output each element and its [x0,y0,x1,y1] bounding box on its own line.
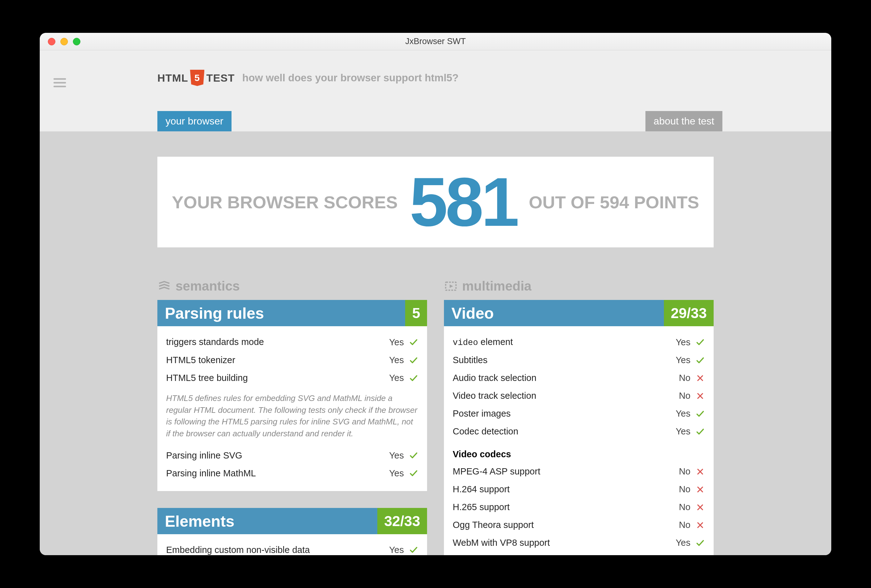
result-value: No [679,391,705,401]
section-header: Video29/33 [444,300,714,326]
tagline: how well does your browser support html5… [242,72,458,84]
minimize-button[interactable] [60,38,68,45]
category-semantics: semantics [157,279,427,294]
score-banner: YOUR BROWSER SCORES 581 OUT OF 594 POINT… [157,157,714,247]
result-row: H.264 supportNo [453,480,705,498]
logo[interactable]: HTML 5 TEST [157,70,235,86]
result-row: WebM with VP8 supportYes [453,534,705,552]
section-note: HTML5 defines rules for embedding SVG an… [166,387,418,447]
result-row: Codec detectionYes [453,423,705,440]
result-row: Audio track selectionNo [453,369,705,387]
section-title: Video [444,300,501,326]
result-row: Video track selectionNo [453,387,705,405]
check-icon [696,427,705,436]
result-label: video element [453,337,676,347]
result-value: Yes [676,337,705,347]
close-button[interactable] [48,38,55,45]
check-icon [696,538,705,548]
code-snippet: video [453,338,478,347]
check-icon [409,356,418,365]
multimedia-icon [444,279,458,293]
content-area: YOUR BROWSER SCORES 581 OUT OF 594 POINT… [40,132,831,555]
result-row: video elementYes [453,333,705,351]
category-label-text: multimedia [462,279,531,294]
result-row: Parsing inline MathMLYes [166,464,418,482]
result-value: No [679,520,705,530]
tab-about[interactable]: about the test [645,111,722,132]
result-section: Elements32/33Embedding custom non-visibl… [157,508,427,555]
section-header: Parsing rules5 [157,300,427,326]
check-icon [409,338,418,347]
section-title: Parsing rules [157,300,272,326]
x-icon [696,521,705,530]
x-icon [696,373,705,383]
result-value: Yes [676,355,705,365]
tab-your-browser[interactable]: your browser [157,111,232,132]
page-header: HTML 5 TEST how well does your browser s… [40,50,831,132]
logo-text-left: HTML [157,72,188,84]
result-label: MPEG-4 ASP support [453,466,679,477]
check-icon [409,468,418,478]
check-icon [696,409,705,419]
result-value: Yes [676,538,705,548]
result-value: Yes [389,373,418,383]
result-value: Yes [676,426,705,437]
result-label: H.265 support [453,502,679,512]
result-label: Codec detection [453,426,676,437]
result-value: Yes [389,355,418,365]
score-suffix: OUT OF 594 POINTS [529,192,699,212]
app-window: JxBrowser SWT HTML 5 TEST how well does … [40,33,831,555]
section-body: Embedding custom non-visible dataYesMath… [157,534,427,555]
x-icon [696,391,705,401]
result-label: Poster images [453,408,676,419]
x-icon [696,503,705,512]
section-subhead: Video codecs [453,440,705,462]
section-title: Elements [157,508,242,534]
result-label: Parsing inline SVG [166,450,389,461]
category-multimedia: multimedia [444,279,714,294]
column-semantics: semantics Parsing rules5 triggers standa… [157,279,427,555]
result-value: Yes [389,545,418,555]
traffic-lights [40,38,81,45]
nav-tabs: your browser about the test [157,111,722,132]
section-body: triggers standards modeYesHTML5 tokenize… [157,326,427,491]
result-label: WebM with VP8 support [453,538,676,548]
result-label: HTML5 tree building [166,373,389,383]
section-body: video elementYesSubtitlesYesAudio track … [444,326,714,555]
score-prefix: YOUR BROWSER SCORES [172,192,398,212]
result-value: No [679,466,705,477]
result-row: Ogg Theora supportNo [453,516,705,534]
logo-text-right: TEST [206,72,235,84]
maximize-button[interactable] [73,38,81,45]
results-columns: semantics Parsing rules5 triggers standa… [157,279,714,555]
result-row: SubtitlesYes [453,351,705,369]
result-label: Parsing inline MathML [166,468,389,479]
result-value: Yes [676,408,705,419]
section-score: 29/33 [664,300,714,326]
html5-shield-icon: 5 [190,70,204,86]
check-icon [409,545,418,555]
result-label: triggers standards mode [166,337,389,347]
result-label: Video track selection [453,391,679,401]
logo-row: HTML 5 TEST how well does your browser s… [157,70,459,86]
section-score: 32/33 [377,508,427,534]
result-value: Yes [389,468,418,479]
check-icon [409,451,418,460]
section-header: Elements32/33 [157,508,427,534]
result-row: HTML5 tree buildingYes [166,369,418,387]
menu-icon[interactable] [54,76,66,90]
result-label: Audio track selection [453,373,679,383]
result-label: HTML5 tokenizer [166,355,389,365]
result-value: No [679,373,705,383]
check-icon [696,338,705,347]
result-section: Video29/33video elementYesSubtitlesYesAu… [444,300,714,555]
titlebar: JxBrowser SWT [40,33,831,50]
score-value: 581 [410,168,517,236]
result-row: HTML5 tokenizerYes [166,351,418,369]
result-value: No [679,502,705,512]
check-icon [696,356,705,365]
result-row: Poster imagesYes [453,405,705,423]
category-label-text: semantics [175,279,239,294]
result-row: H.265 supportNo [453,498,705,516]
result-label: Ogg Theora support [453,520,679,530]
